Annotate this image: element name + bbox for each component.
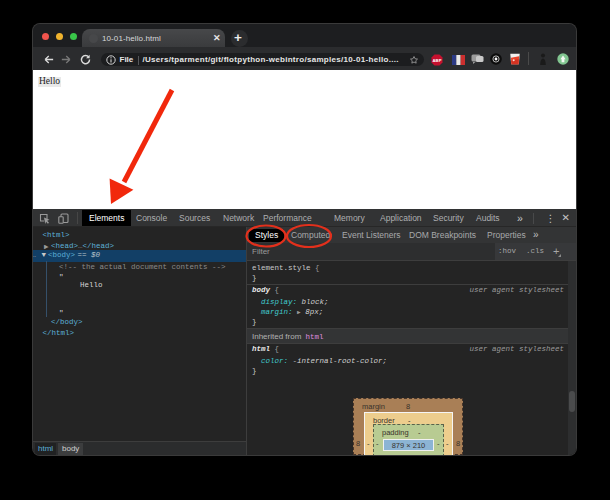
svg-text:ABP: ABP — [433, 58, 442, 63]
